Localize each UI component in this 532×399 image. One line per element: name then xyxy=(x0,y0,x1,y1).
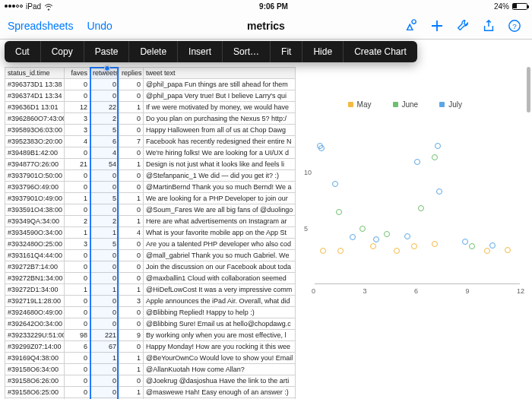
cell[interactable]: #39272B7:14:00 xyxy=(5,261,65,273)
cell[interactable]: Design is not just what it looks like an… xyxy=(144,159,296,170)
cell[interactable]: What is your favorite mobile app on the … xyxy=(144,227,296,239)
cell[interactable]: By working only when you are most effect… xyxy=(144,330,296,341)
table-row[interactable]: #392642O0:34:00000@Blibbing Sure! Email … xyxy=(5,318,296,330)
cell[interactable]: 0 xyxy=(65,170,90,182)
cell[interactable]: 4 xyxy=(90,147,119,159)
cell[interactable]: 3 xyxy=(65,113,90,125)
cell[interactable]: #396374D1 13:34 xyxy=(5,90,65,102)
table-row[interactable]: #39169Q4:38:00011@BeYourOwnCo Would love… xyxy=(5,353,296,364)
menu-fit[interactable]: Fit xyxy=(271,41,302,62)
cell[interactable]: 0 xyxy=(65,204,90,216)
cell[interactable]: @maxballin1 Cloud with collaboration see… xyxy=(144,273,296,284)
table-row[interactable]: #393591O4:38:00000@Soum_Fares We are all… xyxy=(5,204,296,216)
cell[interactable]: 0 xyxy=(65,353,90,364)
cell[interactable]: 0 xyxy=(119,239,144,250)
cell[interactable]: 0 xyxy=(90,273,119,284)
cell[interactable]: 67 xyxy=(90,341,119,353)
format-icon[interactable] xyxy=(404,19,418,33)
table-row[interactable]: #395893O6:03:00350Happy Halloween from a… xyxy=(5,125,296,136)
cell[interactable]: Are you a talented PHP developer who als… xyxy=(144,239,296,250)
cell[interactable]: 0 xyxy=(119,204,144,216)
cell[interactable]: #3962860O7:43:00 xyxy=(5,113,65,125)
cell[interactable]: 12 xyxy=(65,102,90,113)
cell[interactable]: 98 xyxy=(65,330,90,341)
cell[interactable]: 0 xyxy=(65,307,90,318)
cell[interactable]: #39489B1:42:00 xyxy=(5,147,65,159)
cell[interactable]: 0 xyxy=(65,296,90,307)
cell[interactable]: We are looking for a PHP Developer to jo… xyxy=(144,193,296,204)
table-row[interactable]: #392719L1:28:00003Apple announces the iP… xyxy=(5,296,296,307)
cell[interactable]: 0 xyxy=(119,170,144,182)
cell[interactable]: 0 xyxy=(90,318,119,330)
cell[interactable]: 1 xyxy=(119,193,144,204)
cell[interactable]: 0 xyxy=(65,387,90,398)
cell[interactable]: 0 xyxy=(65,261,90,273)
help-icon[interactable]: ? xyxy=(508,19,521,33)
table-row[interactable]: #3952383O:20:00467Facebook has recently … xyxy=(5,136,296,147)
cell[interactable]: 5 xyxy=(90,125,119,136)
cell[interactable]: 0 xyxy=(65,318,90,330)
cell[interactable]: #3952383O:20:00 xyxy=(5,136,65,147)
cell[interactable]: 7 xyxy=(119,136,144,147)
cell[interactable]: #394877O:26:00 xyxy=(5,159,65,170)
cell[interactable]: #392719L1:28:00 xyxy=(5,296,65,307)
cell[interactable]: Happy Halloween from all of us at Chop D… xyxy=(144,125,296,136)
column-header[interactable]: faves xyxy=(65,68,90,79)
table-row[interactable]: #3932480O:25:00350Are you a talented PHP… xyxy=(5,239,296,250)
cell[interactable]: #3937901O:50:00 xyxy=(5,170,65,182)
cell[interactable]: 0 xyxy=(90,307,119,318)
cell[interactable]: 0 xyxy=(90,296,119,307)
cell[interactable]: 0 xyxy=(119,318,144,330)
cell[interactable]: 0 xyxy=(90,204,119,216)
cell[interactable]: 22 xyxy=(90,102,119,113)
cell[interactable]: 1 xyxy=(65,227,90,239)
cell[interactable]: 54 xyxy=(90,159,119,170)
menu-paste[interactable]: Paste xyxy=(84,41,130,62)
cell[interactable]: #396373D1 13:38 xyxy=(5,79,65,90)
table-row[interactable]: #394877O:26:0021541Design is not just wh… xyxy=(5,159,296,170)
menu-insert[interactable]: Insert xyxy=(178,41,223,62)
cell[interactable]: @phil_papa Very true! But I believe Larr… xyxy=(144,90,296,102)
cell[interactable]: @MartinBernd Thank you so much Bernd! We… xyxy=(144,182,296,193)
table-row[interactable]: #39158O6:26:00000@Joekrug @dasjoshua Hav… xyxy=(5,375,296,387)
back-button[interactable]: Spreadsheets xyxy=(8,20,73,32)
cell[interactable]: 0 xyxy=(90,170,119,182)
table-row[interactable]: #39636D1 13:0112221If we were motivated … xyxy=(5,102,296,113)
cell[interactable]: #39272D1:34:00 xyxy=(5,284,65,296)
cell[interactable]: @Blibbing Replied! Happy to help :) xyxy=(144,307,296,318)
table-row[interactable]: #3924680O:49:00000@Blibbing Replied! Hap… xyxy=(5,307,296,318)
add-icon[interactable] xyxy=(430,19,444,33)
cell[interactable]: 0 xyxy=(65,90,90,102)
cell[interactable]: Facebook has recently redesigned their e… xyxy=(144,136,296,147)
cell[interactable]: @AllanKuotah How come Allan? xyxy=(144,364,296,375)
cell[interactable]: #393161Q4:44:00 xyxy=(5,250,65,261)
cell[interactable]: 1 xyxy=(119,353,144,364)
cell[interactable]: Join the discussion on our Facebook abou… xyxy=(144,261,296,273)
cell[interactable]: 6 xyxy=(90,136,119,147)
cell[interactable]: #3924680O:49:00 xyxy=(5,307,65,318)
cell[interactable]: 1 xyxy=(119,284,144,296)
cell[interactable]: 0 xyxy=(119,113,144,125)
column-header[interactable]: replies xyxy=(119,68,144,79)
cell[interactable]: Apple announces the iPad Air. Overall, w… xyxy=(144,296,296,307)
table-row[interactable]: #39158O6:34:00001@AllanKuotah How come A… xyxy=(5,364,296,375)
spreadsheet[interactable]: status_id.timefavesretweetsrepliestweet … xyxy=(5,67,293,399)
share-icon[interactable] xyxy=(482,19,496,33)
cell[interactable]: #39233229U:51:00 xyxy=(5,330,65,341)
menu-hide[interactable]: Hide xyxy=(302,41,344,62)
cell[interactable]: #39299Z07:14:00 xyxy=(5,341,65,353)
cell[interactable]: 0 xyxy=(65,273,90,284)
undo-button[interactable]: Undo xyxy=(87,20,112,32)
cell[interactable]: 0 xyxy=(65,79,90,90)
cell[interactable]: 0 xyxy=(119,375,144,387)
cell[interactable]: @Soum_Fares We are all big fans of @duol… xyxy=(144,204,296,216)
cell[interactable]: 3 xyxy=(65,125,90,136)
table-row[interactable]: #3934590O:34:00114What is your favorite … xyxy=(5,227,296,239)
cell[interactable]: Do you plan on purchasing the Nexus 5? h… xyxy=(144,113,296,125)
cell[interactable]: 0 xyxy=(65,364,90,375)
cell[interactable]: #3937901O:49:00 xyxy=(5,193,65,204)
cell[interactable]: 1 xyxy=(65,284,90,296)
table-row[interactable]: #393796O:49:00000@MartinBernd Thank you … xyxy=(5,182,296,193)
cell[interactable]: #39158O6:26:00 xyxy=(5,375,65,387)
cell[interactable]: 0 xyxy=(90,387,119,398)
